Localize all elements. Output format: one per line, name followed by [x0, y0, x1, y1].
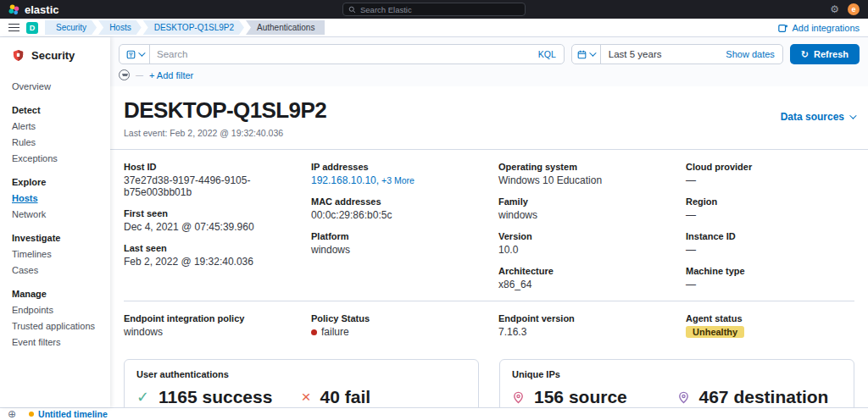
refresh-label: Refresh — [814, 49, 849, 59]
logo-text: elastic — [25, 3, 58, 16]
success-count: 1165 — [159, 387, 198, 406]
user-authentications-card: User authentications ✓ 1165 success × 40… — [124, 359, 479, 407]
field-value: — — [686, 244, 854, 256]
breadcrumb-hosts[interactable]: Hosts — [98, 20, 142, 35]
plus-circle-icon[interactable]: ⊕ — [8, 409, 16, 419]
field-label: Platform — [311, 231, 480, 241]
last-event-timestamp: Last event: Feb 2, 2022 @ 19:32:40.036 — [124, 128, 326, 138]
user-avatar[interactable]: e — [848, 3, 860, 15]
data-sources-button[interactable]: Data sources — [781, 111, 854, 123]
ip-address-link[interactable]: 192.168.10.10, — [311, 174, 379, 186]
sidebar-item-timelines[interactable]: Timelines — [0, 246, 110, 262]
page-title: DESKTOP-Q1SL9P2 — [124, 97, 326, 124]
field-label: Region — [686, 196, 854, 207]
source-ips-stat: 156 source — [512, 387, 677, 407]
sidebar-item-event-filters[interactable]: Event filters — [0, 334, 110, 351]
date-range-value[interactable]: Last 5 years — [601, 49, 719, 59]
global-header: elastic ⚙ e — [0, 0, 868, 19]
sidebar-section-manage: Manage — [0, 279, 110, 302]
header-actions: ⚙ e — [830, 3, 860, 15]
field-label: Host ID — [124, 162, 292, 172]
add-integrations-button[interactable]: Add integrations — [778, 23, 860, 33]
add-integrations-label: Add integrations — [793, 23, 860, 33]
query-language-button[interactable]: KQL — [531, 49, 564, 59]
sidebar-item-cases[interactable]: Cases — [0, 262, 110, 279]
field-value: 37e27d38-9197-4496-9105-b75e003bb01b — [124, 174, 292, 198]
more-ips-link[interactable]: +3 More — [381, 175, 415, 185]
field-value: x86_64 — [498, 279, 667, 290]
card-title: User authentications — [136, 369, 466, 379]
auth-fail-stat: × 40 fail — [302, 387, 467, 407]
query-bar: KQL Last 5 years Show dates ↻ Refresh — [110, 37, 868, 67]
timeline-bottom-bar: ⊕ Untitled timeline — [0, 407, 868, 420]
space-badge[interactable]: D — [26, 22, 38, 34]
field-value: windows — [124, 326, 292, 338]
filter-icon — [126, 50, 136, 59]
field-value: 00:0c:29:86:b0:5c — [311, 209, 480, 221]
sidebar-item-endpoints[interactable]: Endpoints — [0, 302, 110, 318]
field-label: MAC addresses — [311, 196, 480, 207]
untitled-timeline-button[interactable]: Untitled timeline — [29, 409, 108, 419]
timeline-label: Untitled timeline — [38, 409, 108, 419]
add-filter-button[interactable]: + Add filter — [149, 70, 193, 80]
divider — [124, 301, 854, 301]
show-dates-button[interactable]: Show dates — [718, 49, 782, 59]
field-label: Operating system — [498, 162, 667, 172]
sidebar-section-explore: Explore — [0, 167, 110, 191]
map-pin-icon — [512, 391, 525, 404]
fail-count: 40 — [320, 387, 340, 406]
agent-status-badge: Unhealthy — [686, 326, 744, 338]
refresh-icon: ↻ — [801, 49, 809, 60]
map-pin-icon — [677, 391, 690, 404]
saved-query-menu-button[interactable] — [120, 45, 150, 64]
menu-icon[interactable] — [8, 24, 19, 32]
filter-set-icon[interactable] — [119, 69, 130, 80]
field-value: — — [686, 279, 854, 290]
elastic-logo[interactable]: elastic — [8, 3, 58, 16]
sidebar-item-exceptions[interactable]: Exceptions — [0, 151, 110, 167]
destination-ips-stat: 467 destination — [677, 387, 843, 407]
breadcrumb: Security Hosts DESKTOP-Q1SL9P2 Authentic… — [45, 20, 325, 35]
field-value: Dec 4, 2021 @ 07:45:39.960 — [124, 221, 292, 233]
sidebar-item-hosts[interactable]: Hosts — [0, 191, 110, 207]
kpi-cards-row: User authentications ✓ 1165 success × 40… — [124, 359, 854, 407]
check-icon: ✓ — [136, 388, 149, 406]
cross-icon: × — [302, 388, 311, 406]
breadcrumb-bar: D Security Hosts DESKTOP-Q1SL9P2 Authent… — [0, 19, 868, 37]
chevron-down-icon — [849, 112, 856, 119]
security-sidebar: Security Overview Detect Alerts Rules Ex… — [0, 37, 110, 407]
destination-label: destination — [733, 387, 828, 406]
data-sources-label: Data sources — [781, 111, 844, 123]
field-label: Version — [498, 231, 667, 241]
failure-status-dot — [311, 329, 317, 335]
integrations-icon — [778, 23, 788, 33]
filter-separator: — — [136, 71, 143, 80]
sidebar-item-alerts[interactable]: Alerts — [0, 119, 110, 135]
field-label: Family — [498, 196, 667, 207]
field-value: 7.16.3 — [498, 326, 667, 338]
global-search[interactable] — [342, 3, 526, 16]
unique-ips-card: Unique IPs 156 source — [499, 359, 854, 407]
sidebar-item-trusted-applications[interactable]: Trusted applications — [0, 318, 110, 334]
source-count: 156 — [534, 387, 564, 406]
sidebar-item-overview[interactable]: Overview — [0, 79, 110, 95]
destination-count: 467 — [699, 387, 729, 406]
breadcrumb-hostname[interactable]: DESKTOP-Q1SL9P2 — [143, 20, 244, 35]
security-app-icon — [12, 49, 25, 62]
settings-icon[interactable]: ⚙ — [830, 4, 839, 14]
field-label: Last seen — [124, 243, 292, 253]
field-label: Agent status — [686, 313, 854, 323]
kql-search-input[interactable] — [150, 49, 531, 59]
main-content: KQL Last 5 years Show dates ↻ Refresh — [110, 37, 868, 407]
sidebar-item-rules[interactable]: Rules — [0, 135, 110, 151]
breadcrumb-security[interactable]: Security — [45, 20, 97, 35]
endpoint-policy-row: Endpoint integration policy windows Poli… — [124, 313, 854, 348]
date-picker-menu-button[interactable] — [572, 45, 601, 64]
divider — [110, 149, 868, 150]
filter-bar: — + Add filter — [110, 67, 868, 86]
field-value: Feb 2, 2022 @ 19:32:40.036 — [124, 256, 292, 268]
global-search-input[interactable] — [360, 5, 520, 14]
refresh-button[interactable]: ↻ Refresh — [790, 44, 860, 64]
sidebar-item-network[interactable]: Network — [0, 207, 110, 223]
kql-search-box: KQL — [119, 44, 565, 64]
